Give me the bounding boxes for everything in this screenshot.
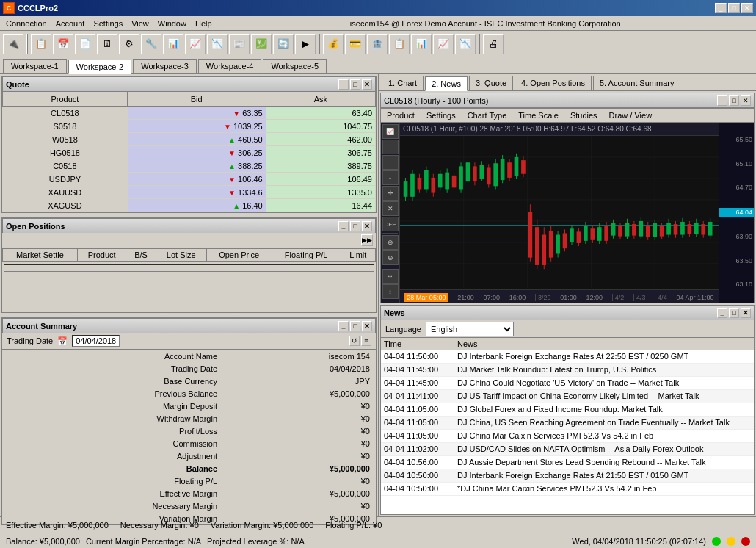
news-row[interactable]: 04-04 10:50:00 DJ Interbank Foreign Exch…: [381, 469, 754, 483]
chart-tool-zoom-in[interactable]: +: [382, 155, 399, 170]
chart-tool-candle[interactable]: |: [382, 140, 399, 154]
tb-btn-13[interactable]: ▶: [295, 34, 316, 54]
tab-account-summary[interactable]: 5. Account Summary: [593, 76, 681, 90]
quote-row[interactable]: W0518 ▲ 460.50 462.00: [3, 133, 376, 146]
chart-tool-pointer[interactable]: ↕: [382, 284, 399, 299]
tb-btn-14[interactable]: 💰: [323, 34, 344, 54]
minimize-button[interactable]: _: [715, 3, 727, 13]
tab-quote[interactable]: 3. Quote: [469, 76, 513, 90]
news-list[interactable]: 04-04 11:50:00 DJ Interbank Foreign Exch…: [381, 350, 754, 514]
news-row[interactable]: 04-04 11:41:00 DJ US Tariff Impact on Ch…: [381, 390, 754, 403]
chart-tool-zoom-out[interactable]: -: [382, 170, 399, 185]
menu-window[interactable]: Window: [153, 18, 191, 29]
quote-row[interactable]: XAGUSD ▲ 16.40 16.44: [3, 199, 376, 212]
quote-minimize-btn[interactable]: _: [338, 79, 349, 90]
title-controls[interactable]: _ □ ✕: [715, 3, 753, 13]
chart-tool-move[interactable]: ↔: [382, 269, 399, 284]
account-header-controls[interactable]: _ □ ✕: [338, 321, 372, 331]
chart-tool-dfe[interactable]: DFE: [382, 217, 399, 231]
account-close-btn[interactable]: ✕: [362, 321, 372, 331]
tb-btn-20[interactable]: 📉: [455, 34, 476, 54]
news-row[interactable]: 04-04 11:45:00 DJ Market Talk Roundup: L…: [381, 364, 754, 377]
quote-close-btn[interactable]: ✕: [362, 79, 372, 90]
chart-menu-draw[interactable]: Draw / View: [603, 109, 658, 121]
workspace-tab-4[interactable]: Workspace-4: [198, 59, 262, 73]
news-row[interactable]: 04-04 10:56:00 DJ Aussie Department Stor…: [381, 456, 754, 469]
chart-minimize-btn[interactable]: _: [717, 95, 727, 106]
tb-btn-19[interactable]: 📈: [433, 34, 454, 54]
chart-menu-product[interactable]: Product: [381, 109, 421, 121]
tb-btn-5[interactable]: ⚙: [119, 34, 139, 54]
tb-btn-2[interactable]: 📅: [53, 34, 73, 54]
account-restore-btn[interactable]: □: [350, 321, 360, 331]
quote-row[interactable]: S0518 ▼ 1039.25 1040.75: [3, 120, 376, 133]
tb-btn-4[interactable]: 🗓: [97, 34, 117, 54]
tb-btn-21[interactable]: 🖨: [483, 34, 504, 54]
quote-row[interactable]: XAUUSD ▼ 1334.6 1335.0: [3, 186, 376, 199]
tb-btn-1[interactable]: 📋: [31, 34, 51, 54]
news-close-btn[interactable]: ✕: [741, 308, 751, 318]
chart-tool-search-minus[interactable]: ⊖: [382, 250, 399, 265]
tb-connection-btn[interactable]: 🔌: [3, 34, 23, 54]
tb-btn-9[interactable]: 📉: [207, 34, 228, 54]
positions-restore-btn[interactable]: □: [350, 221, 360, 231]
menu-settings[interactable]: Settings: [89, 18, 127, 29]
quote-header-controls[interactable]: _ □ ✕: [338, 79, 372, 90]
news-header-controls[interactable]: _ □ ✕: [717, 308, 751, 318]
workspace-tab-5[interactable]: Workspace-5: [263, 59, 327, 73]
menu-view[interactable]: View: [127, 18, 153, 29]
chart-tool-cross[interactable]: ✕: [382, 201, 399, 216]
tab-chart[interactable]: 1. Chart: [382, 76, 424, 90]
positions-header-controls[interactable]: _ □ ✕: [338, 221, 372, 231]
news-row[interactable]: 04-04 11:05:00 DJ China Mar Caixin Servi…: [381, 430, 754, 443]
quote-row[interactable]: USDJPY ▼ 106.46 106.49: [3, 173, 376, 186]
tab-open-positions[interactable]: 4. Open Positions: [515, 76, 592, 90]
tab-news[interactable]: 2. News: [425, 76, 468, 91]
tb-btn-18[interactable]: 📊: [411, 34, 432, 54]
account-minimize-btn[interactable]: _: [338, 321, 349, 331]
account-action-btn[interactable]: ≡: [361, 336, 371, 346]
positions-close-btn[interactable]: ✕: [362, 221, 372, 231]
quote-row[interactable]: C0518 ▲ 388.25 389.75: [3, 159, 376, 173]
menu-help[interactable]: Help: [191, 18, 217, 29]
tb-btn-3[interactable]: 📄: [75, 34, 95, 54]
tb-btn-16[interactable]: 🏦: [367, 34, 388, 54]
news-restore-btn[interactable]: □: [729, 308, 739, 318]
workspace-tab-1[interactable]: Workspace-1: [3, 59, 67, 73]
workspace-tab-2[interactable]: Workspace-2: [68, 60, 132, 74]
chart-close-btn[interactable]: ✕: [741, 95, 751, 106]
chart-header-controls[interactable]: _ □ ✕: [717, 95, 751, 106]
news-row[interactable]: 04-04 11:50:00 DJ Interbank Foreign Exch…: [381, 350, 754, 364]
maximize-button[interactable]: □: [728, 3, 740, 13]
trading-date-field[interactable]: 04/04/2018: [72, 335, 120, 347]
news-row[interactable]: 04-04 11:02:00 DJ USD/CAD Slides on NAFT…: [381, 443, 754, 456]
news-row[interactable]: 04-04 11:45:00 DJ China Could Negotiate …: [381, 377, 754, 390]
menu-account[interactable]: Account: [51, 18, 90, 29]
tb-btn-6[interactable]: 🔧: [141, 34, 161, 54]
positions-minimize-btn[interactable]: _: [338, 221, 349, 231]
tb-btn-15[interactable]: 💳: [345, 34, 366, 54]
news-row[interactable]: 04-04 11:05:00 DJ China, US Seen Reachin…: [381, 417, 754, 430]
workspace-tab-3[interactable]: Workspace-3: [133, 59, 197, 73]
language-select[interactable]: English: [426, 322, 514, 336]
quote-row[interactable]: HG0518 ▼ 306.25 306.75: [3, 146, 376, 159]
news-row[interactable]: 04-04 11:05:00 DJ Global Forex and Fixed…: [381, 403, 754, 417]
news-minimize-btn[interactable]: _: [717, 308, 727, 318]
chart-tool-cursor[interactable]: ✛: [382, 186, 399, 201]
quote-row[interactable]: CL0518 ▼ 63.35 63.40: [3, 107, 376, 120]
close-button[interactable]: ✕: [741, 3, 753, 13]
chart-menu-settings[interactable]: Settings: [421, 109, 462, 121]
tb-btn-7[interactable]: 📊: [163, 34, 183, 54]
news-row[interactable]: 04-04 10:50:00 *DJ China Mar Caixin Serv…: [381, 483, 754, 496]
chart-tool-search-plus[interactable]: ⊕: [382, 235, 399, 250]
chart-menu-studies[interactable]: Studies: [564, 109, 603, 121]
menu-connection[interactable]: Connection: [1, 18, 51, 29]
tb-btn-8[interactable]: 📈: [185, 34, 206, 54]
tb-btn-10[interactable]: 📰: [229, 34, 250, 54]
chart-tool-line[interactable]: 📈: [382, 124, 399, 139]
tb-btn-11[interactable]: 💹: [251, 34, 272, 54]
positions-scroll-arrows[interactable]: ▶▶: [361, 234, 373, 246]
tb-btn-12[interactable]: 🔄: [273, 34, 294, 54]
quote-restore-btn[interactable]: □: [350, 79, 360, 90]
tb-btn-17[interactable]: 📋: [389, 34, 410, 54]
